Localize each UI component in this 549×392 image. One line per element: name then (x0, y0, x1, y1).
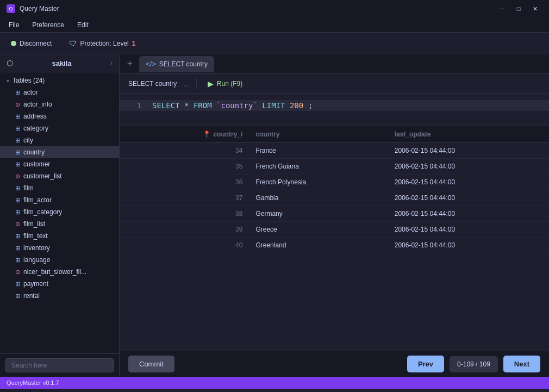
tables-group-header[interactable]: ▾ Tables (24) (0, 74, 119, 86)
cell-country: Greece (249, 222, 388, 238)
results-body: 34 France 2006-02-15 04:44:00 35 French … (120, 143, 549, 253)
sidebar-item-film-actor[interactable]: ⊞ film_actor (0, 194, 119, 206)
sidebar: ⬡ sakila › ▾ Tables (24) ⊞ actor ⊙ actor… (0, 54, 120, 377)
shield-icon: 🛡 (69, 39, 77, 48)
cell-country: French Guiana (249, 159, 388, 175)
editor-area[interactable]: 1 SELECT * FROM `country` LIMIT 200 ; (120, 94, 549, 126)
version-label: QueryMaster v0.1.7 (7, 379, 59, 386)
sidebar-item-language[interactable]: ⊞ language (0, 254, 119, 266)
table-icon: ⊞ (15, 257, 20, 264)
sidebar-item-customer[interactable]: ⊞ customer (0, 158, 119, 170)
next-button[interactable]: Next (503, 356, 540, 372)
cell-last-update: 2006-02-15 04:44:00 (388, 206, 549, 222)
app-title: Query Master (20, 5, 490, 13)
table-icon: ⊞ (15, 113, 20, 120)
sidebar-item-inventory[interactable]: ⊞ inventory (0, 242, 119, 254)
editor-toolbar: SELECT country ... ▶ Run (F9) (120, 74, 549, 94)
sidebar-item-film-text[interactable]: ⊞ film_text (0, 230, 119, 242)
table-row[interactable]: 39 Greece 2006-02-15 04:44:00 (120, 222, 549, 238)
table-row[interactable]: 36 French Polynesia 2006-02-15 04:44:00 (120, 175, 549, 190)
table-icon: ⊞ (15, 185, 20, 192)
prev-button[interactable]: Prev (407, 356, 444, 372)
run-button[interactable]: ▶ Run (F9) (203, 77, 247, 90)
sidebar-item-category[interactable]: ⊞ category (0, 122, 119, 134)
table-icon: ⊞ (15, 245, 20, 252)
chevron-right-icon[interactable]: › (110, 59, 113, 67)
view-icon: ⊙ (15, 173, 20, 180)
sidebar-item-film[interactable]: ⊞ film (0, 182, 119, 194)
results-scroll[interactable]: 📍country_i country last_update 34 France… (120, 126, 549, 351)
sidebar-item-film-list[interactable]: ⊙ film_list (0, 218, 119, 230)
table-icon: ⊞ (15, 137, 20, 144)
sidebar-item-actor-info[interactable]: ⊙ actor_info (0, 98, 119, 110)
table-icon: ⊞ (15, 293, 20, 300)
close-button[interactable]: ✕ (527, 3, 542, 14)
menubar: File Preference Edit (0, 17, 549, 33)
sidebar-item-city[interactable]: ⊞ city (0, 134, 119, 146)
cell-country: Greenland (249, 238, 388, 253)
cell-id: 39 (120, 222, 249, 238)
table-icon: ⊞ (15, 209, 20, 216)
col-header-last-update: last_update (388, 126, 549, 143)
results-header: 📍country_i country last_update (120, 126, 549, 143)
main-layout: ⬡ sakila › ▾ Tables (24) ⊞ actor ⊙ actor… (0, 54, 549, 377)
statusbar: QueryMaster v0.1.7 (0, 377, 549, 389)
results-table: 📍country_i country last_update 34 France… (120, 126, 549, 253)
divider (196, 78, 197, 89)
cell-country: Gambia (249, 190, 388, 206)
table-icon: ⊞ (15, 233, 20, 240)
tables-header-label: Tables (24) (13, 77, 45, 84)
chevron-down-icon: ▾ (7, 78, 9, 84)
cell-id: 35 (120, 159, 249, 175)
menu-edit[interactable]: Edit (71, 19, 95, 31)
titlebar: Q Query Master ─ □ ✕ (0, 0, 549, 17)
sidebar-item-country[interactable]: ⊞ country (0, 146, 119, 158)
view-icon: ⊙ (15, 221, 20, 228)
sidebar-item-customer-list[interactable]: ⊙ customer_list (0, 170, 119, 182)
table-icon: ⊞ (15, 161, 20, 168)
cell-id: 37 (120, 190, 249, 206)
maximize-button[interactable]: □ (511, 3, 526, 14)
cell-id: 38 (120, 206, 249, 222)
cell-id: 36 (120, 175, 249, 190)
database-icon: ⬡ (7, 59, 13, 67)
app-icon: Q (7, 4, 15, 13)
search-input[interactable] (5, 358, 114, 372)
table-row[interactable]: 38 Germany 2006-02-15 04:44:00 (120, 206, 549, 222)
db-name: sakila (52, 59, 71, 67)
sidebar-header: ⬡ sakila › (0, 54, 119, 72)
sidebar-item-actor[interactable]: ⊞ actor (0, 86, 119, 98)
tab-select-country[interactable]: </> SELECT country (139, 56, 214, 72)
play-icon: ▶ (208, 79, 214, 88)
sidebar-item-film-category[interactable]: ⊞ film_category (0, 206, 119, 218)
commit-button[interactable]: Commit (128, 356, 174, 372)
minimize-button[interactable]: ─ (495, 3, 510, 14)
disconnect-button[interactable]: Disconnect (7, 38, 56, 49)
toolbar: Disconnect 🛡 Protection: Level 1 (0, 33, 549, 54)
sidebar-search (0, 353, 119, 377)
code-line-1: 1 SELECT * FROM `country` LIMIT 200 ; (120, 100, 549, 111)
cell-country: French Polynesia (249, 175, 388, 190)
bottom-bar: Commit Prev 0-109 / 109 Next (120, 351, 549, 377)
new-tab-button[interactable]: + (123, 57, 137, 71)
menu-file[interactable]: File (2, 19, 26, 31)
cell-country: France (249, 143, 388, 159)
cell-last-update: 2006-02-15 04:44:00 (388, 159, 549, 175)
menu-preference[interactable]: Preference (26, 19, 71, 31)
table-row[interactable]: 37 Gambia 2006-02-15 04:44:00 (120, 190, 549, 206)
sidebar-item-rental[interactable]: ⊞ rental (0, 290, 119, 302)
sidebar-item-address[interactable]: ⊞ address (0, 110, 119, 122)
table-row[interactable]: 40 Greenland 2006-02-15 04:44:00 (120, 238, 549, 253)
content-area: + </> SELECT country SELECT country ... … (120, 54, 549, 377)
editor-tab-label[interactable]: SELECT country (128, 80, 177, 88)
editor-tab-dots[interactable]: ... (183, 79, 190, 88)
table-row[interactable]: 35 French Guiana 2006-02-15 04:44:00 (120, 159, 549, 175)
tab-label: SELECT country (159, 60, 208, 68)
cell-last-update: 2006-02-15 04:44:00 (388, 190, 549, 206)
table-icon: ⊞ (15, 89, 20, 96)
table-row[interactable]: 34 France 2006-02-15 04:44:00 (120, 143, 549, 159)
page-info: 0-109 / 109 (450, 356, 498, 372)
sidebar-item-payment[interactable]: ⊞ payment (0, 278, 119, 290)
sidebar-item-nicer[interactable]: ⊙ nicer_but_slower_fil... (0, 266, 119, 278)
cell-last-update: 2006-02-15 04:44:00 (388, 238, 549, 253)
